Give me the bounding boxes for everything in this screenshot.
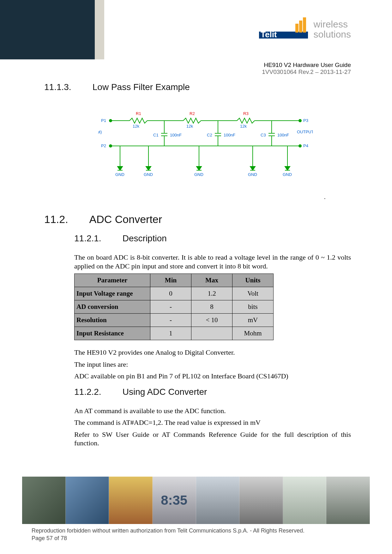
footer-line2: Page 57 of 78 [32,535,305,542]
label-output: OUTPUT [297,129,313,134]
trailing-dot: . [44,193,326,201]
cell-param: Resolution [75,314,150,327]
label-r2: R2 [190,111,195,116]
doc-revision: 1VV0301064 Rev.2 – 2013-11-27 [262,69,351,75]
label-r1: R1 [136,111,141,116]
page-header: Telit wireless solutions [0,0,392,59]
using-p2: The command is AT#ADC=1,2. The read valu… [74,418,351,427]
label-c3: C3 [261,133,266,137]
label-p2: P2 [101,143,106,148]
cell-units: bits [232,300,274,314]
cell-param: Input Resistance [75,327,150,340]
th-units: Units [232,274,274,287]
cell-min: 0 [150,287,191,300]
table-row: Input Resistance 1 Mohm [75,327,274,340]
cell-max: < 10 [191,314,232,327]
svg-marker-28 [196,166,202,170]
heading-title: Using ADC Converter [123,387,207,397]
logo-text: Telit [261,30,277,39]
label-p4: P4 [303,143,308,148]
doc-title: HE910 V2 Hardware User Guide [262,62,351,69]
cell-min: 1 [150,327,191,340]
cell-param: Input Voltage range [75,287,150,300]
heading-11-1-3: 11.1.3. Low Pass Filter Example [44,82,351,92]
header-dark-block [0,0,95,59]
cell-max [191,327,232,340]
svg-marker-22 [118,166,123,170]
footer-text: Reproduction forbidden without written a… [32,527,305,542]
svg-rect-1 [295,24,299,33]
label-r3-val: 12k [240,124,247,129]
cell-units: Mohm [232,327,274,340]
svg-marker-31 [250,166,255,170]
heading-title: Description [123,233,167,243]
footer-image-strip: 8:35 [22,477,370,524]
using-p1: An AT command is available to use the AD… [74,406,351,415]
tagline-line2: solutions [314,29,351,39]
label-c1: C1 [153,133,159,137]
label-gnd3: GND [194,172,203,177]
label-r2-val: 12k [186,124,193,129]
heading-num: 11.2.1. [74,233,120,244]
th-min: Min [150,274,191,287]
logo-area: Telit wireless solutions [259,17,351,41]
heading-num: 11.2. [44,213,87,226]
label-gnd2: GND [144,172,153,177]
using-p3: Refer to SW User Guide or AT Commands Re… [74,430,351,448]
cell-max: 1.2 [191,287,232,300]
svg-point-36 [109,119,112,122]
svg-point-38 [299,119,301,122]
heading-num: 11.2.2. [74,387,120,397]
table-row: AD conversion - 8 bits [75,300,274,314]
tagline-line1: wireless [314,19,351,29]
cell-units: Volt [232,287,274,300]
heading-title: ADC Converter [89,213,162,225]
label-p3: P3 [303,118,308,123]
page-content: 11.1.3. Low Pass Filter Example [44,82,351,451]
label-gnd5: GND [283,172,292,177]
th-parameter: Parameter [75,274,150,287]
svg-rect-2 [299,21,302,33]
tagline: wireless solutions [314,19,351,39]
heading-num: 11.1.3. [44,82,90,92]
label-gnd4: GND [248,172,257,177]
label-r1-val: 12k [133,124,139,129]
svg-point-39 [299,145,301,147]
svg-marker-25 [146,166,151,170]
desc-p4: ADC available on pin B1 and Pin 7 of PL1… [74,372,351,381]
label-c1-val: 100nF [170,133,182,137]
heading-11-2: 11.2. ADC Converter [44,213,351,226]
cell-param: AD conversion [75,300,150,314]
label-r3: R3 [243,111,249,116]
svg-marker-34 [285,166,290,170]
cell-min: - [150,314,191,327]
heading-11-2-1: 11.2.1. Description [74,233,351,244]
table-row: Resolution - < 10 mV [75,314,274,327]
svg-rect-3 [303,17,306,33]
heading-11-2-2: 11.2.2. Using ADC Converter [74,387,351,397]
cell-max: 8 [191,300,232,314]
svg-point-37 [109,145,112,147]
label-gnd1: GND [115,172,124,177]
label-p1: P1 [101,118,106,123]
label-c3-val: 100nF [277,133,289,137]
desc-p3: The input lines are: [74,360,351,369]
th-max: Max [191,274,232,287]
desc-p2: The HE910 V2 provides one Analog to Digi… [74,348,351,357]
telit-logo: Telit [259,17,308,41]
doc-meta: HE910 V2 Hardware User Guide 1VV0301064 … [262,62,351,75]
header-paper-edge [95,0,104,59]
heading-title: Low Pass Filter Example [93,82,190,92]
cell-min: - [150,300,191,314]
label-c2: C2 [207,133,212,137]
desc-p1: The on board ADC is 8-bit converter. It … [74,253,351,270]
label-c2-val: 100nF [224,133,235,137]
adc-parameters-table: Parameter Min Max Units Input Voltage ra… [74,274,274,340]
footer-line1: Reproduction forbidden without written a… [32,527,305,534]
table-row: Input Voltage range 0 1.2 Volt [75,287,274,300]
label-input: INPUT (dac_out) [98,129,102,134]
cell-units: mV [232,314,274,327]
low-pass-filter-schematic: R1 R2 R3 P1 P2 P3 P4 INPUT (dac_out) OUT… [98,108,313,187]
